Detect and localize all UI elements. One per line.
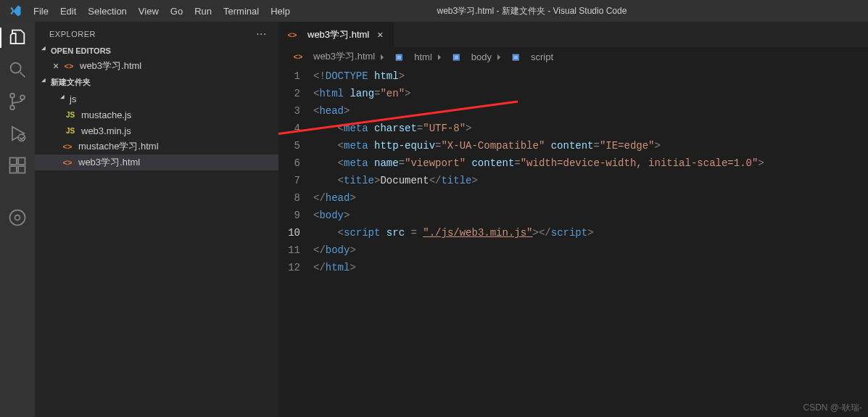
html-file-icon: <> [61, 140, 74, 153]
folder-item[interactable]: js [35, 91, 278, 107]
svg-point-11 [10, 210, 25, 226]
workspace-section[interactable]: 新建文件夹 [35, 74, 278, 91]
branch-icon [7, 91, 28, 112]
svg-point-12 [15, 215, 20, 220]
chevron-right-icon [437, 51, 445, 62]
svg-rect-7 [10, 158, 17, 165]
extensions-icon [7, 155, 28, 176]
symbol-icon: ▣ [509, 50, 522, 63]
svg-point-2 [10, 94, 15, 98]
html-file-icon: <> [62, 59, 75, 73]
editor-tab-label: web3学习.html [307, 28, 369, 41]
open-editors-section[interactable]: OPEN EDITORS [35, 44, 278, 58]
editor-tabs: <> web3学习.html × [278, 22, 868, 47]
file-label: web3学习.html [80, 59, 141, 73]
code-content[interactable]: <!DOCTYPE html><html lang="en"><head> <m… [313, 67, 764, 276]
title-bar: FileEditSelectionViewGoRunTerminalHelp w… [0, 0, 868, 22]
more-actions-icon[interactable]: ··· [256, 28, 267, 41]
file-item[interactable]: <> mustache学习.html [35, 139, 278, 154]
chevron-down-icon [61, 94, 70, 104]
html-file-icon: <> [292, 50, 305, 63]
menu-item-view[interactable]: View [133, 3, 165, 20]
chevron-down-icon [38, 46, 51, 55]
breadcrumb-item[interactable]: body [471, 51, 492, 62]
vscode-logo-icon [9, 4, 22, 17]
search-icon [7, 59, 28, 80]
breadcrumbs[interactable]: <>web3学习.html▣html▣body▣script [278, 47, 868, 66]
code-editor[interactable]: 123456789101112 <!DOCTYPE html><html lan… [278, 66, 868, 276]
file-label: mustache.js [81, 110, 131, 120]
sidebar-explorer: EXPLORER ··· OPEN EDITORS × <> web3学习.ht… [35, 22, 278, 417]
menu-item-selection[interactable]: Selection [82, 3, 132, 20]
svg-rect-8 [10, 166, 17, 173]
sidebar-title: EXPLORER [49, 30, 96, 38]
breadcrumb-item[interactable]: html [414, 51, 432, 62]
open-editor-item[interactable]: × <> web3学习.html [35, 58, 278, 74]
activity-extensions[interactable] [0, 155, 35, 176]
svg-rect-10 [18, 158, 25, 165]
close-icon[interactable]: × [49, 60, 62, 72]
file-item[interactable]: <> web3学习.html [35, 154, 278, 170]
chevron-down-icon [38, 78, 51, 87]
html-file-icon: <> [286, 28, 299, 41]
svg-point-4 [20, 95, 25, 99]
window-title: web3学习.html - 新建文件夹 - Visual Studio Code [296, 5, 768, 17]
activity-run[interactable] [0, 123, 35, 144]
svg-rect-9 [18, 166, 25, 173]
file-item[interactable]: JS mustache.js [35, 107, 278, 123]
activity-explorer[interactable] [0, 28, 35, 48]
menu-item-go[interactable]: Go [165, 3, 189, 20]
menu-bar: FileEditSelectionViewGoRunTerminalHelp [28, 3, 296, 20]
chevron-right-icon [496, 51, 505, 62]
activity-remote[interactable] [0, 207, 35, 228]
symbol-icon: ▣ [450, 50, 463, 63]
chevron-right-icon [379, 51, 388, 62]
close-icon[interactable]: × [373, 29, 387, 41]
file-label: web3学习.html [78, 156, 140, 169]
svg-point-3 [10, 105, 15, 110]
run-icon [7, 123, 28, 144]
file-item[interactable]: JS web3.min.js [35, 123, 278, 139]
activity-bar [0, 22, 35, 417]
breadcrumb-item[interactable]: web3学习.html [313, 50, 375, 63]
line-gutter: 123456789101112 [278, 67, 313, 276]
remote-icon [7, 207, 28, 228]
folder-label: js [70, 94, 76, 104]
svg-line-1 [20, 73, 25, 78]
js-file-icon: JS [64, 108, 77, 121]
file-label: web3.min.js [81, 125, 131, 136]
file-label: mustache学习.html [78, 140, 159, 153]
menu-item-help[interactable]: Help [265, 3, 296, 20]
activity-scm[interactable] [0, 91, 35, 112]
js-file-icon: JS [64, 124, 77, 137]
svg-point-0 [11, 63, 21, 73]
breadcrumb-item[interactable]: script [531, 51, 553, 62]
menu-item-run[interactable]: Run [189, 3, 218, 20]
watermark: CSDN @-耿瑞- [803, 402, 862, 414]
html-file-icon: <> [61, 156, 74, 169]
menu-item-edit[interactable]: Edit [54, 3, 82, 20]
activity-search[interactable] [0, 59, 35, 80]
editor-group: <> web3学习.html × <>web3学习.html▣html▣body… [278, 22, 868, 417]
editor-tab[interactable]: <> web3学习.html × [278, 22, 394, 47]
menu-item-terminal[interactable]: Terminal [218, 3, 265, 20]
files-icon [7, 28, 28, 48]
menu-item-file[interactable]: File [28, 3, 54, 20]
symbol-icon: ▣ [392, 50, 405, 63]
